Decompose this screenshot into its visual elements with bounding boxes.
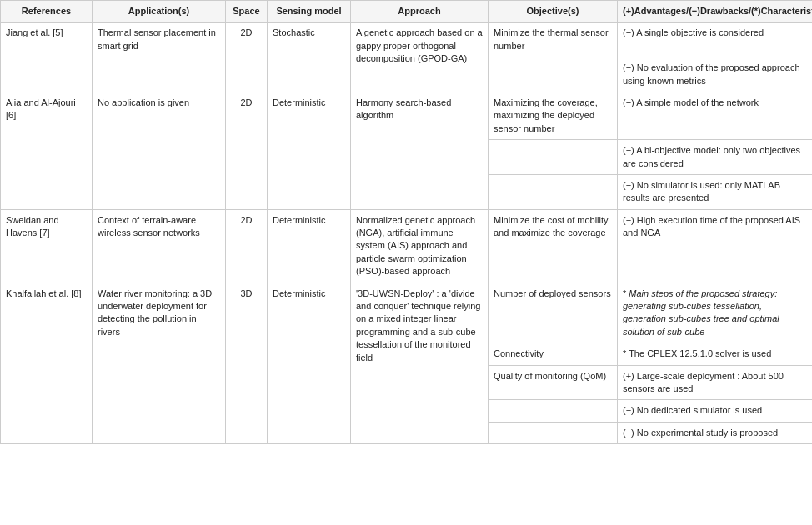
cell-approach: Harmony search-based algorithm	[351, 92, 489, 209]
header-sensing: Sensing model	[268, 1, 351, 22]
cell-objective: Minimize the thermal sensor number	[489, 22, 618, 58]
cell-sensing: Deterministic	[268, 209, 351, 282]
cell-objective: Maximizing the coverage, maximizing the …	[489, 92, 618, 139]
cell-space: 2D	[226, 22, 268, 92]
cell-application: Thermal sensor placement in smart grid	[93, 22, 226, 92]
header-applications: Application(s)	[93, 1, 226, 22]
table-row: Alia and Al-Ajouri [6]No application is …	[1, 92, 813, 139]
cell-objective: Minimize the cost of mobility and maximi…	[489, 209, 618, 282]
cell-objective: Quality of monitoring (QoM)	[489, 365, 618, 400]
cell-reference: Sweidan and Havens [7]	[1, 209, 93, 282]
header-references: References	[1, 1, 93, 22]
header-advantages: (+)Advantages/(−)Drawbacks/(*)Characteri…	[618, 1, 813, 22]
cell-objective	[489, 140, 618, 175]
comparison-table: References Application(s) Space Sensing …	[0, 0, 812, 444]
cell-objective	[489, 58, 618, 92]
table-row: Jiang et al. [5]Thermal sensor placement…	[1, 22, 813, 58]
cell-space: 3D	[226, 282, 268, 444]
cell-space: 2D	[226, 92, 268, 209]
table-row: Khalfallah et al. [8]Water river monitor…	[1, 282, 813, 343]
cell-reference: Alia and Al-Ajouri [6]	[1, 92, 93, 209]
cell-application: Context of terrain-aware wireless sensor…	[93, 209, 226, 282]
cell-advantage: (−) No simulator is used: only MATLAB re…	[618, 174, 813, 209]
cell-advantage: (−) A single objective is considered	[618, 22, 813, 58]
cell-approach: '3D-UWSN-Deploy' : a 'divide and conquer…	[351, 282, 489, 444]
cell-objective: Connectivity	[489, 343, 618, 365]
cell-application: Water river monitoring: a 3D underwater …	[93, 282, 226, 444]
cell-objective	[489, 174, 618, 209]
cell-approach: Normalized genetic approach (NGA), artif…	[351, 209, 489, 282]
cell-sensing: Deterministic	[268, 92, 351, 209]
cell-sensing: Stochastic	[268, 22, 351, 92]
cell-advantage: (−) A bi-objective model: only two objec…	[618, 140, 813, 175]
table-header-row: References Application(s) Space Sensing …	[1, 1, 813, 22]
cell-advantage: (+) Large-scale deployment : About 500 s…	[618, 365, 813, 400]
cell-reference: Jiang et al. [5]	[1, 22, 93, 92]
header-space: Space	[226, 1, 268, 22]
cell-space: 2D	[226, 209, 268, 282]
cell-reference: Khalfallah et al. [8]	[1, 282, 93, 444]
cell-objective	[489, 400, 618, 422]
main-table-container: References Application(s) Space Sensing …	[0, 0, 812, 444]
cell-advantage: * Main steps of the proposed strategy: g…	[618, 282, 813, 343]
cell-advantage: * The CPLEX 12.5.1.0 solver is used	[618, 343, 813, 365]
cell-approach: A genetic approach based on a gappy prop…	[351, 22, 489, 92]
header-approach: Approach	[351, 1, 489, 22]
cell-advantage: (−) A simple model of the network	[618, 92, 813, 139]
cell-advantage: (−) No dedicated simulator is used	[618, 400, 813, 422]
cell-objective	[489, 422, 618, 443]
cell-advantage: (−) No experimental study is proposed	[618, 422, 813, 443]
cell-advantage: (−) No evaluation of the proposed approa…	[618, 58, 813, 92]
cell-objective: Number of deployed sensors	[489, 282, 618, 343]
header-objectives: Objective(s)	[489, 1, 618, 22]
table-row: Sweidan and Havens [7]Context of terrain…	[1, 209, 813, 282]
cell-advantage: (−) High execution time of the proposed …	[618, 209, 813, 282]
cell-sensing: Deterministic	[268, 282, 351, 444]
cell-application: No application is given	[93, 92, 226, 209]
